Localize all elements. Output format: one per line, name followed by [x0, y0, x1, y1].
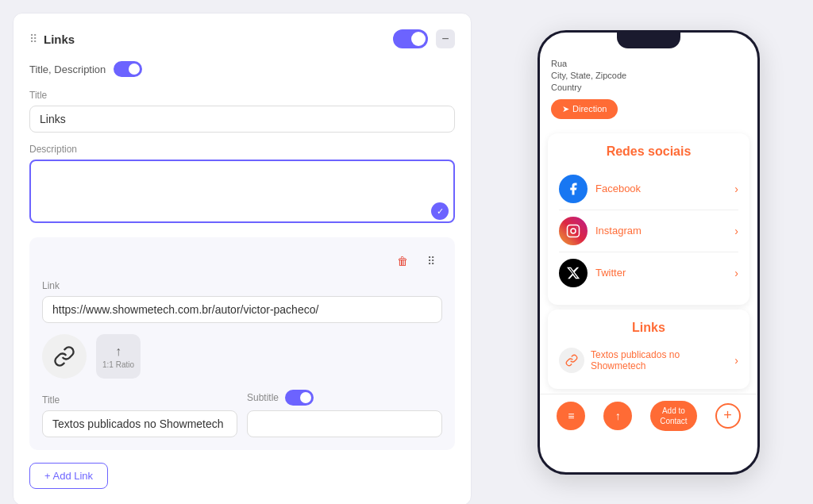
facebook-label: Facebook	[595, 183, 641, 194]
minus-icon: −	[441, 32, 449, 46]
card-header-right: −	[393, 29, 455, 48]
link-item-left: Textos publicados no Showmetech	[559, 348, 702, 373]
link-item-chevron-icon: ›	[734, 354, 738, 367]
address-line2: City, State, Zipcode	[551, 70, 746, 82]
link-title-label: Title	[42, 394, 237, 406]
drag-icon: ⠿	[29, 33, 37, 45]
link-form-group: Link	[42, 280, 442, 323]
add-contact-button[interactable]: Add toContact	[650, 401, 696, 431]
phone-mockup: Rua City, State, Zipcode Country ➤ Direc…	[538, 30, 760, 475]
svg-point-2	[576, 227, 577, 228]
social-item-facebook-left: Facebook	[559, 175, 641, 203]
link-item[interactable]: Textos publicados no Showmetech ›	[559, 343, 738, 378]
link-chain-icon	[53, 345, 75, 367]
menu-icon: ≡	[568, 410, 574, 422]
subtitle-input[interactable]	[247, 410, 442, 437]
direction-label: Direction	[572, 104, 607, 113]
title-input[interactable]	[29, 106, 455, 133]
share-icon: ↑	[615, 410, 621, 422]
description-label: Description	[29, 144, 455, 155]
direction-arrow-icon: ➤	[562, 104, 569, 114]
twitter-svg	[566, 266, 580, 280]
collapse-button[interactable]: −	[436, 29, 455, 48]
instagram-chevron-icon: ›	[734, 225, 738, 237]
instagram-label: Instagram	[595, 225, 642, 237]
link-card: 🗑 ⠿ Link ↑	[29, 237, 455, 450]
redes-sociais-section: Redes sociais Facebook ›	[548, 133, 749, 305]
upload-icon: ↑	[115, 344, 121, 359]
drag-link-button[interactable]: ⠿	[420, 250, 442, 272]
subtitle-label: Subtitle	[247, 392, 279, 403]
facebook-icon	[559, 175, 588, 203]
add-link-label: + Add Link	[44, 470, 93, 482]
address-line1: Rua	[551, 58, 746, 70]
add-contact-label: Add toContact	[660, 406, 687, 425]
title-form-group: Title	[29, 90, 455, 133]
title-desc-toggle[interactable]	[114, 61, 142, 77]
subtitle-toggle[interactable]	[285, 390, 314, 406]
plus-button[interactable]: +	[715, 403, 741, 429]
textarea-badge	[431, 202, 449, 220]
twitter-icon	[559, 259, 588, 287]
phone-notch	[617, 33, 680, 48]
svg-rect-0	[568, 225, 580, 237]
redes-sociais-title: Redes sociais	[559, 144, 738, 159]
facebook-chevron-icon: ›	[734, 183, 738, 195]
link-title-input[interactable]	[42, 410, 237, 437]
social-item-facebook[interactable]: Facebook ›	[559, 168, 738, 210]
link-title-form-group: Title	[42, 394, 237, 437]
link-icon-svg	[565, 354, 578, 367]
phone-content: Rua City, State, Zipcode Country ➤ Direc…	[540, 33, 757, 472]
address-line3: Country	[551, 82, 746, 94]
links-section: Links Textos publicados no Showmetech ›	[548, 310, 749, 389]
twitter-chevron-icon: ›	[734, 267, 738, 279]
facebook-svg	[566, 182, 580, 196]
drag-handle-icon: ⠿	[427, 255, 435, 267]
ratio-button[interactable]: ↑ 1:1 Ratio	[96, 334, 141, 379]
link-preview-row: ↑ 1:1 Ratio	[42, 334, 442, 379]
ratio-label: 1:1 Ratio	[102, 360, 134, 369]
link-input[interactable]	[42, 296, 442, 323]
links-card: ⠿ Links − Title, Description Title Descr…	[13, 13, 472, 504]
card-title: Links	[44, 33, 75, 46]
subtitle-form-group: Subtitle	[247, 390, 442, 437]
direction-button[interactable]: ➤ Direction	[551, 99, 618, 119]
card-header-left: ⠿ Links	[29, 33, 75, 46]
title-desc-label: Title, Description	[29, 63, 106, 75]
links-toggle[interactable]	[393, 29, 428, 48]
social-item-twitter-left: Twitter	[559, 259, 626, 287]
title-subtitle-row: Title Subtitle	[42, 390, 442, 437]
card-header: ⠿ Links −	[29, 29, 455, 48]
left-panel: ⠿ Links − Title, Description Title Descr…	[0, 0, 484, 504]
social-item-instagram-left: Instagram	[559, 217, 642, 245]
subtitle-header: Subtitle	[247, 390, 442, 406]
social-item-twitter[interactable]: Twitter ›	[559, 252, 738, 294]
link-icon-button[interactable]	[42, 334, 87, 379]
links-section-title: Links	[559, 321, 738, 335]
right-panel: Rua City, State, Zipcode Country ➤ Direc…	[484, 0, 813, 504]
description-form-group: Description	[29, 144, 455, 226]
delete-link-button[interactable]: 🗑	[391, 250, 414, 272]
instagram-svg	[566, 224, 580, 238]
link-item-icon	[559, 348, 584, 373]
link-item-text: Textos publicados no Showmetech	[591, 349, 702, 371]
title-label: Title	[29, 90, 455, 101]
description-textarea[interactable]	[29, 160, 455, 223]
social-item-instagram[interactable]: Instagram ›	[559, 210, 738, 252]
title-desc-row: Title, Description	[29, 61, 455, 77]
phone-address: Rua City, State, Zipcode Country ➤ Direc…	[540, 52, 757, 129]
link-card-header: 🗑 ⠿	[42, 250, 442, 272]
link-label: Link	[42, 280, 442, 291]
phone-bottom-bar: ≡ ↑ Add toContact +	[540, 394, 757, 437]
textarea-wrapper	[29, 160, 455, 226]
menu-bottom-button[interactable]: ≡	[557, 402, 585, 430]
instagram-icon	[559, 217, 588, 245]
add-link-button[interactable]: + Add Link	[29, 463, 108, 489]
twitter-label: Twitter	[595, 267, 626, 279]
share-bottom-button[interactable]: ↑	[603, 402, 632, 430]
delete-icon: 🗑	[397, 255, 408, 267]
plus-icon: +	[723, 407, 732, 424]
svg-point-1	[571, 229, 576, 233]
